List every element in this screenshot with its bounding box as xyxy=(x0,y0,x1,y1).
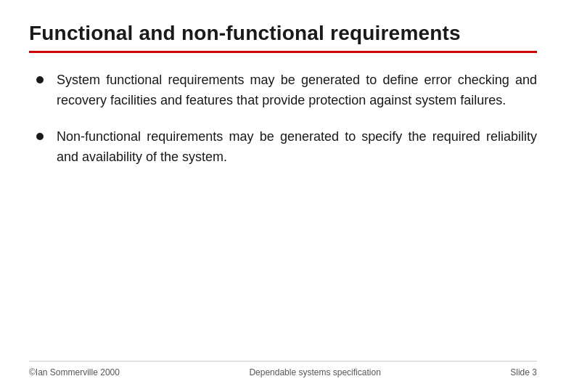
content-area: System functional requirements may be ge… xyxy=(29,70,537,361)
slide-title: Functional and non-functional requiremen… xyxy=(29,22,537,45)
slide: Functional and non-functional requiremen… xyxy=(0,0,566,392)
bullet-dot-2 xyxy=(36,133,44,140)
bullet-item-1: System functional requirements may be ge… xyxy=(36,70,537,111)
bullet-text-2: Non-functional requirements may be gener… xyxy=(57,127,537,168)
footer-copyright: ©Ian Sommerville 2000 xyxy=(29,367,120,377)
bullet-item-2: Non-functional requirements may be gener… xyxy=(36,127,537,168)
bullet-text-1: System functional requirements may be ge… xyxy=(57,70,537,111)
bullet-dot-1 xyxy=(36,76,44,83)
footer-slide-number: Slide 3 xyxy=(510,367,537,377)
footer-subtitle: Dependable systems specification xyxy=(249,367,380,377)
title-area: Functional and non-functional requiremen… xyxy=(29,22,537,53)
footer: ©Ian Sommerville 2000 Dependable systems… xyxy=(29,361,537,377)
